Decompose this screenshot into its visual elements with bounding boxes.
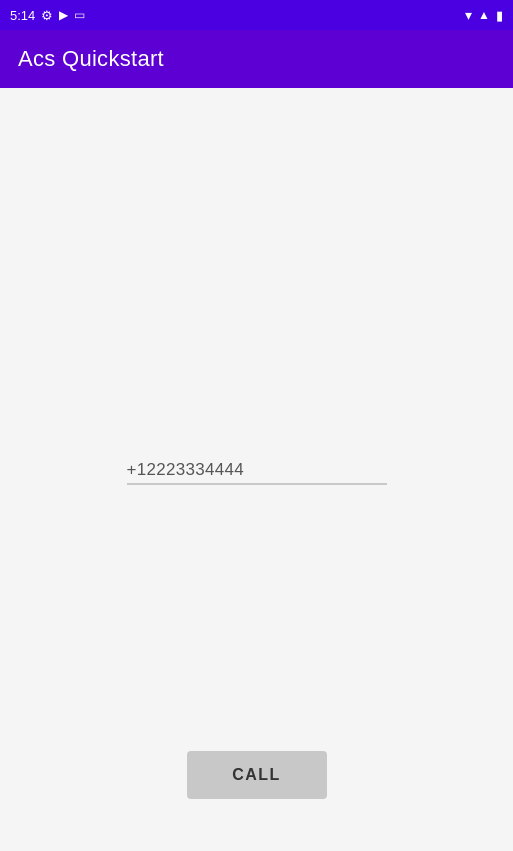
phone-input-container [127, 455, 387, 484]
signal-icon: ▲ [478, 8, 490, 22]
phone-number-input[interactable] [127, 455, 387, 484]
settings-icon: ⚙ [41, 8, 53, 23]
status-bar: 5:14 ⚙ ▶ ▭ ▾ ▲ ▮ [0, 0, 513, 30]
status-bar-left: 5:14 ⚙ ▶ ▭ [10, 8, 85, 23]
app-title: Acs Quickstart [18, 46, 164, 72]
call-button-container: CALL [187, 751, 327, 799]
play-icon: ▶ [59, 8, 68, 22]
status-bar-right: ▾ ▲ ▮ [465, 7, 503, 23]
sd-card-icon: ▭ [74, 8, 85, 22]
main-content: CALL [0, 88, 513, 851]
call-button[interactable]: CALL [187, 751, 327, 799]
status-time: 5:14 [10, 8, 35, 23]
app-bar: Acs Quickstart [0, 30, 513, 88]
wifi-icon: ▾ [465, 7, 472, 23]
battery-icon: ▮ [496, 8, 503, 23]
